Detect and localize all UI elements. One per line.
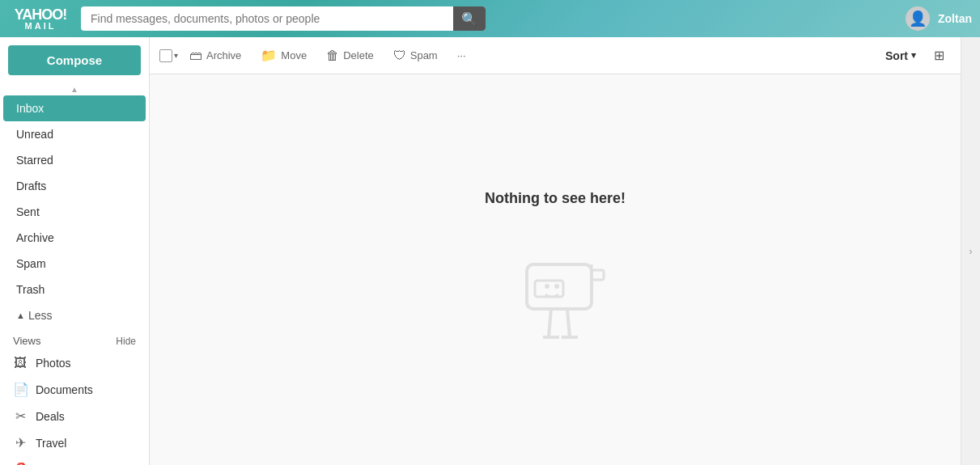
- empty-state-message: Nothing to see here!: [485, 190, 626, 207]
- search-button[interactable]: 🔍: [453, 6, 486, 31]
- right-chevron-icon: ›: [969, 246, 973, 257]
- compose-button[interactable]: Compose: [8, 45, 141, 75]
- less-toggle[interactable]: ▲ Less: [3, 302, 146, 328]
- delete-label: Delete: [343, 49, 374, 61]
- scroll-indicator-top: ▲: [0, 83, 149, 95]
- toolbar-left: ▾: [159, 49, 178, 62]
- chevron-up-icon: ▲: [16, 311, 25, 320]
- move-icon: 📁: [261, 48, 277, 63]
- email-list: Nothing to see here!: [150, 74, 961, 465]
- tutorials-icon: ❓: [13, 462, 28, 465]
- checkbox-chevron-icon: ▾: [174, 51, 178, 60]
- svg-rect-0: [527, 264, 592, 309]
- sidebar-item-inbox[interactable]: Inbox: [3, 95, 146, 121]
- sidebar-item-travel[interactable]: ✈ Travel: [0, 429, 149, 456]
- travel-icon: ✈: [13, 435, 28, 450]
- right-panel-toggle[interactable]: ›: [961, 37, 980, 465]
- views-label: Views: [13, 335, 40, 347]
- sidebar-item-drafts[interactable]: Drafts: [3, 173, 146, 199]
- empty-state-illustration: [490, 220, 620, 349]
- sidebar-item-trash[interactable]: Trash: [3, 277, 146, 302]
- username-label: Zoltan: [938, 12, 972, 25]
- toolbar: ▾ 🗃 Archive 📁 Move 🗑 Delete 🛡 Spam ···: [150, 37, 961, 74]
- sidebar-item-tutorials[interactable]: ❓ Tutorials: [0, 456, 149, 465]
- search-bar: 🔍: [81, 6, 486, 31]
- photos-icon: 🖼: [13, 356, 28, 370]
- svg-point-8: [545, 284, 549, 289]
- svg-rect-1: [535, 281, 563, 297]
- delete-button[interactable]: 🗑 Delete: [318, 44, 382, 67]
- search-input[interactable]: [81, 12, 453, 25]
- header-right: 👤 Zoltan: [906, 6, 972, 31]
- sort-chevron-icon: ▾: [911, 50, 916, 61]
- deals-icon: ✂: [13, 408, 28, 424]
- sidebar-item-documents[interactable]: 📄 Documents: [0, 376, 149, 403]
- search-icon: 🔍: [461, 11, 477, 27]
- views-section-header: Views Hide: [0, 328, 149, 350]
- spam-button[interactable]: 🛡 Spam: [385, 44, 446, 67]
- app-body: Compose ▲ Inbox Unread Starred Drafts Se…: [0, 37, 980, 465]
- checkbox: [159, 49, 172, 62]
- archive-button[interactable]: 🗃 Archive: [181, 44, 249, 67]
- svg-line-4: [549, 309, 551, 337]
- sidebar-scroll: ▲ Inbox Unread Starred Drafts Sent Archi…: [0, 83, 149, 465]
- more-label: ···: [457, 49, 466, 61]
- move-label: Move: [281, 49, 307, 61]
- sidebar-item-starred[interactable]: Starred: [3, 147, 146, 173]
- spam-icon: 🛡: [393, 49, 406, 63]
- main-content: ▾ 🗃 Archive 📁 Move 🗑 Delete 🛡 Spam ···: [150, 37, 961, 465]
- select-all-checkbox[interactable]: ▾: [159, 49, 178, 62]
- sidebar-item-deals[interactable]: ✂ Deals: [0, 403, 149, 429]
- spam-label: Spam: [410, 49, 438, 61]
- sidebar-item-archive[interactable]: Archive: [3, 225, 146, 251]
- sidebar-item-photos[interactable]: 🖼 Photos: [0, 350, 149, 376]
- archive-icon: 🗃: [189, 49, 202, 63]
- delete-icon: 🗑: [326, 49, 339, 63]
- archive-label: Archive: [206, 49, 241, 61]
- grid-view-button[interactable]: ⊞: [927, 44, 951, 67]
- sidebar-item-sent[interactable]: Sent: [3, 199, 146, 225]
- documents-icon: 📄: [13, 382, 28, 397]
- logo: YAHOO! MAIL: [8, 7, 73, 31]
- avatar: 👤: [906, 6, 930, 31]
- sidebar-item-spam[interactable]: Spam: [3, 251, 146, 277]
- empty-state: Nothing to see here!: [469, 174, 642, 366]
- hide-button[interactable]: Hide: [116, 336, 136, 347]
- sidebar: Compose ▲ Inbox Unread Starred Drafts Se…: [0, 37, 150, 465]
- svg-line-5: [567, 309, 570, 337]
- header: YAHOO! MAIL 🔍 👤 Zoltan: [0, 0, 980, 37]
- svg-point-9: [554, 284, 559, 289]
- sidebar-item-unread[interactable]: Unread: [3, 121, 146, 147]
- sort-label: Sort: [885, 49, 908, 62]
- sort-button[interactable]: Sort ▾: [877, 45, 924, 66]
- grid-icon: ⊞: [934, 49, 944, 62]
- svg-rect-3: [592, 270, 604, 280]
- more-button[interactable]: ···: [449, 45, 474, 66]
- move-button[interactable]: 📁 Move: [252, 44, 315, 67]
